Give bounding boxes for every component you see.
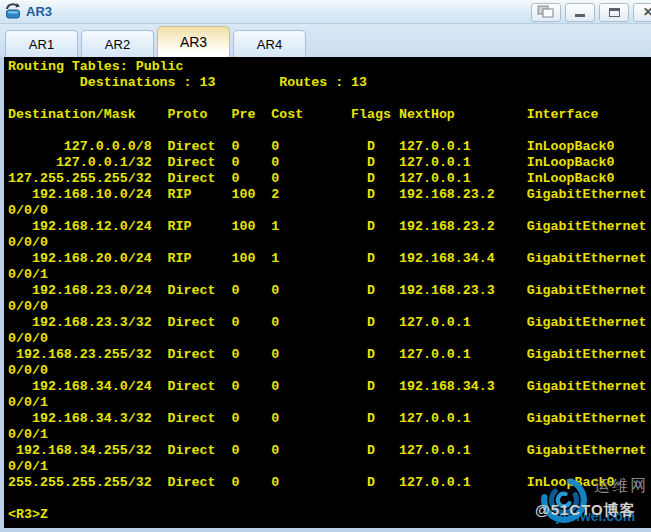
close-button[interactable]: ✕: [633, 3, 651, 22]
tab-ar3[interactable]: AR3: [157, 26, 230, 57]
title-bar[interactable]: AR3 ✕: [0, 0, 651, 24]
tab-bar: AR1AR2AR3AR4: [0, 24, 651, 57]
terminal-line: 127.0.0.0/8 Direct 0 0 D 127.0.0.1 InLoo…: [8, 139, 651, 155]
maximize-icon: [609, 8, 620, 17]
detach-window-icon: [537, 5, 555, 19]
terminal-line: 192.168.12.0/24 RIP 100 1 D 192.168.23.2…: [8, 219, 651, 235]
terminal-line: 0/0/1: [8, 427, 651, 443]
terminal-line: Destinations : 13 Routes : 13: [8, 75, 651, 91]
terminal-line: 192.168.34.0/24 Direct 0 0 D 192.168.34.…: [8, 379, 651, 395]
window-title: AR3: [26, 4, 52, 19]
terminal-line: [8, 123, 651, 139]
detach-window-button[interactable]: [531, 3, 561, 22]
terminal-line: 0/0/1: [8, 267, 651, 283]
terminal-line: 0/0/1: [8, 459, 651, 475]
terminal-line: [8, 491, 651, 507]
tab-ar2[interactable]: AR2: [81, 30, 154, 57]
terminal-line: 192.168.34.255/32 Direct 0 0 D 127.0.0.1…: [8, 443, 651, 459]
terminal-line: Destination/Mask Proto Pre Cost Flags Ne…: [8, 107, 651, 123]
tab-ar4[interactable]: AR4: [233, 30, 306, 57]
terminal-line: 192.168.20.0/24 RIP 100 1 D 192.168.34.4…: [8, 251, 651, 267]
terminal-line: 192.168.23.3/32 Direct 0 0 D 127.0.0.1 G…: [8, 315, 651, 331]
terminal-line: 0/0/0: [8, 235, 651, 251]
terminal-line: 0/0/0: [8, 331, 651, 347]
terminal-line: 127.255.255.255/32 Direct 0 0 D 127.0.0.…: [8, 171, 651, 187]
router-app-icon: [5, 3, 22, 20]
window-controls: ✕: [529, 2, 651, 22]
maximize-button[interactable]: [599, 3, 629, 22]
terminal-line: 255.255.255.255/32 Direct 0 0 D 127.0.0.…: [8, 475, 651, 491]
terminal-line: 0/0/1: [8, 395, 651, 411]
terminal-line: 0/0/0: [8, 363, 651, 379]
terminal-line: <R3>Z: [8, 507, 651, 523]
terminal-line: 192.168.23.255/32 Direct 0 0 D 127.0.0.1…: [8, 347, 651, 363]
tab-ar1[interactable]: AR1: [5, 30, 78, 57]
terminal-line: 192.168.34.3/32 Direct 0 0 D 127.0.0.1 G…: [8, 411, 651, 427]
minimize-icon: [575, 14, 585, 17]
terminal-line: 192.168.23.0/24 Direct 0 0 D 192.168.23.…: [8, 283, 651, 299]
terminal-line: 127.0.0.1/32 Direct 0 0 D 127.0.0.1 InLo…: [8, 155, 651, 171]
terminal-line: 192.168.10.0/24 RIP 100 2 D 192.168.23.2…: [8, 187, 651, 203]
terminal[interactable]: Routing Tables: Public Destinations : 13…: [0, 57, 651, 532]
close-icon: ✕: [643, 5, 651, 19]
terminal-line: Routing Tables: Public: [8, 59, 651, 75]
terminal-output: Routing Tables: Public Destinations : 13…: [8, 59, 651, 523]
terminal-line: [8, 91, 651, 107]
window: { "window": { "title": "AR3", "controls"…: [0, 0, 651, 532]
terminal-line: 0/0/0: [8, 203, 651, 219]
terminal-line: 0/0/0: [8, 299, 651, 315]
minimize-button[interactable]: [565, 3, 595, 22]
